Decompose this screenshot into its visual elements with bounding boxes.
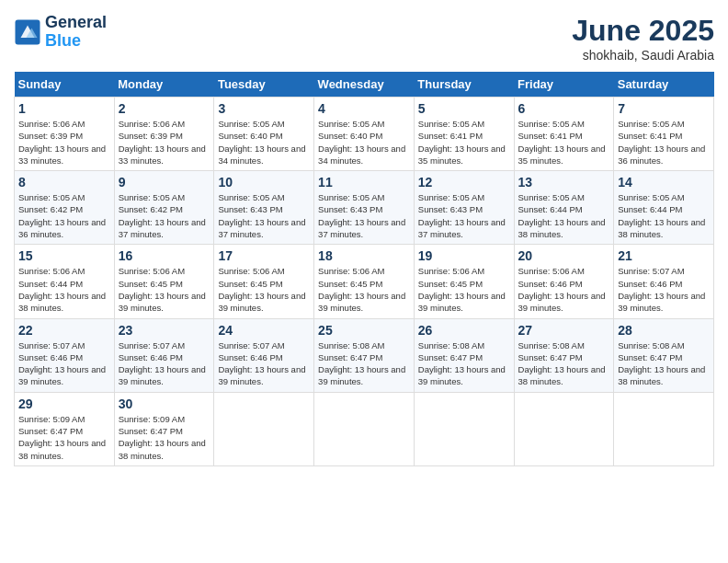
calendar-cell: 28 Sunrise: 5:08 AM Sunset: 6:47 PM Dayl… — [614, 318, 714, 392]
calendar-cell: 2 Sunrise: 5:06 AM Sunset: 6:39 PM Dayli… — [114, 98, 214, 171]
day-info: Sunrise: 5:05 AM Sunset: 6:41 PM Dayligh… — [518, 118, 610, 167]
day-info: Sunrise: 5:05 AM Sunset: 6:42 PM Dayligh… — [18, 191, 110, 240]
day-info: Sunrise: 5:06 AM Sunset: 6:45 PM Dayligh… — [418, 265, 510, 314]
calendar-cell: 16 Sunrise: 5:06 AM Sunset: 6:45 PM Dayl… — [114, 245, 214, 318]
calendar-header-row: Sunday Monday Tuesday Wednesday Thursday… — [15, 72, 714, 98]
calendar-cell — [214, 392, 314, 465]
calendar-cell: 15 Sunrise: 5:06 AM Sunset: 6:44 PM Dayl… — [15, 245, 115, 318]
calendar-cell: 30 Sunrise: 5:09 AM Sunset: 6:47 PM Dayl… — [114, 392, 214, 465]
calendar-cell: 18 Sunrise: 5:06 AM Sunset: 6:45 PM Dayl… — [314, 245, 415, 318]
calendar-week-row: 22 Sunrise: 5:07 AM Sunset: 6:46 PM Dayl… — [15, 318, 714, 392]
day-info: Sunrise: 5:09 AM Sunset: 6:47 PM Dayligh… — [18, 413, 110, 462]
day-number: 4 — [318, 101, 410, 116]
calendar-cell: 23 Sunrise: 5:07 AM Sunset: 6:46 PM Dayl… — [114, 318, 214, 392]
day-info: Sunrise: 5:05 AM Sunset: 6:41 PM Dayligh… — [418, 118, 510, 167]
day-number: 25 — [318, 323, 410, 338]
day-number: 8 — [18, 175, 110, 190]
calendar-table: Sunday Monday Tuesday Wednesday Thursday… — [14, 72, 714, 466]
day-number: 24 — [218, 323, 310, 338]
calendar-week-row: 8 Sunrise: 5:05 AM Sunset: 6:42 PM Dayli… — [15, 171, 714, 245]
day-info: Sunrise: 5:06 AM Sunset: 6:39 PM Dayligh… — [119, 118, 210, 167]
col-wednesday: Wednesday — [314, 72, 415, 98]
day-info: Sunrise: 5:07 AM Sunset: 6:46 PM Dayligh… — [218, 339, 310, 388]
day-number: 19 — [418, 248, 510, 263]
day-number: 11 — [318, 175, 410, 190]
calendar-cell: 21 Sunrise: 5:07 AM Sunset: 6:46 PM Dayl… — [614, 245, 714, 318]
calendar-cell: 17 Sunrise: 5:06 AM Sunset: 6:45 PM Dayl… — [214, 245, 314, 318]
calendar-cell — [614, 392, 714, 465]
day-info: Sunrise: 5:05 AM Sunset: 6:43 PM Dayligh… — [418, 191, 510, 240]
day-number: 5 — [418, 101, 510, 116]
day-info: Sunrise: 5:05 AM Sunset: 6:40 PM Dayligh… — [218, 118, 310, 167]
day-info: Sunrise: 5:05 AM Sunset: 6:44 PM Dayligh… — [518, 191, 610, 240]
day-info: Sunrise: 5:05 AM Sunset: 6:41 PM Dayligh… — [618, 118, 710, 167]
calendar-cell: 11 Sunrise: 5:05 AM Sunset: 6:43 PM Dayl… — [314, 171, 415, 245]
calendar-cell: 24 Sunrise: 5:07 AM Sunset: 6:46 PM Dayl… — [214, 318, 314, 392]
day-info: Sunrise: 5:06 AM Sunset: 6:39 PM Dayligh… — [18, 118, 110, 167]
calendar-cell: 20 Sunrise: 5:06 AM Sunset: 6:46 PM Dayl… — [514, 245, 614, 318]
day-number: 3 — [218, 101, 310, 116]
day-number: 7 — [618, 101, 710, 116]
calendar-cell: 25 Sunrise: 5:08 AM Sunset: 6:47 PM Dayl… — [314, 318, 415, 392]
day-info: Sunrise: 5:05 AM Sunset: 6:43 PM Dayligh… — [318, 191, 410, 240]
day-number: 16 — [119, 248, 210, 263]
day-number: 14 — [618, 175, 710, 190]
day-number: 6 — [518, 101, 610, 116]
day-info: Sunrise: 5:07 AM Sunset: 6:46 PM Dayligh… — [618, 265, 710, 314]
col-sunday: Sunday — [15, 72, 115, 98]
day-info: Sunrise: 5:07 AM Sunset: 6:46 PM Dayligh… — [119, 339, 210, 388]
day-info: Sunrise: 5:05 AM Sunset: 6:44 PM Dayligh… — [618, 191, 710, 240]
day-info: Sunrise: 5:06 AM Sunset: 6:45 PM Dayligh… — [318, 265, 410, 314]
calendar-cell: 29 Sunrise: 5:09 AM Sunset: 6:47 PM Dayl… — [15, 392, 115, 465]
col-friday: Friday — [514, 72, 614, 98]
page-header: GeneralBlue June 2025 shokhaib, Saudi Ar… — [14, 14, 714, 63]
day-info: Sunrise: 5:06 AM Sunset: 6:45 PM Dayligh… — [119, 265, 210, 314]
calendar-cell: 10 Sunrise: 5:05 AM Sunset: 6:43 PM Dayl… — [214, 171, 314, 245]
calendar-cell: 27 Sunrise: 5:08 AM Sunset: 6:47 PM Dayl… — [514, 318, 614, 392]
day-info: Sunrise: 5:05 AM Sunset: 6:43 PM Dayligh… — [218, 191, 310, 240]
day-number: 17 — [218, 248, 310, 263]
calendar-cell: 22 Sunrise: 5:07 AM Sunset: 6:46 PM Dayl… — [15, 318, 115, 392]
col-monday: Monday — [114, 72, 214, 98]
day-number: 1 — [18, 101, 110, 116]
day-info: Sunrise: 5:08 AM Sunset: 6:47 PM Dayligh… — [418, 339, 510, 388]
day-number: 30 — [119, 396, 210, 411]
calendar-cell — [314, 392, 415, 465]
calendar-cell — [514, 392, 614, 465]
day-number: 22 — [18, 323, 110, 338]
calendar-cell: 7 Sunrise: 5:05 AM Sunset: 6:41 PM Dayli… — [614, 98, 714, 171]
day-number: 23 — [119, 323, 210, 338]
calendar-cell: 4 Sunrise: 5:05 AM Sunset: 6:40 PM Dayli… — [314, 98, 415, 171]
day-number: 13 — [518, 175, 610, 190]
col-tuesday: Tuesday — [214, 72, 314, 98]
day-info: Sunrise: 5:08 AM Sunset: 6:47 PM Dayligh… — [318, 339, 410, 388]
calendar-cell: 5 Sunrise: 5:05 AM Sunset: 6:41 PM Dayli… — [414, 98, 514, 171]
day-number: 28 — [618, 323, 710, 338]
day-number: 9 — [119, 175, 210, 190]
day-number: 20 — [518, 248, 610, 263]
day-number: 27 — [518, 323, 610, 338]
month-title: June 2025 — [572, 14, 714, 48]
calendar-week-row: 15 Sunrise: 5:06 AM Sunset: 6:44 PM Dayl… — [15, 245, 714, 318]
day-info: Sunrise: 5:08 AM Sunset: 6:47 PM Dayligh… — [518, 339, 610, 388]
day-number: 18 — [318, 248, 410, 263]
calendar-cell: 1 Sunrise: 5:06 AM Sunset: 6:39 PM Dayli… — [15, 98, 115, 171]
calendar-cell: 9 Sunrise: 5:05 AM Sunset: 6:42 PM Dayli… — [114, 171, 214, 245]
calendar-cell — [414, 392, 514, 465]
day-number: 15 — [18, 248, 110, 263]
logo: GeneralBlue — [14, 14, 107, 51]
day-info: Sunrise: 5:07 AM Sunset: 6:46 PM Dayligh… — [18, 339, 110, 388]
calendar-week-row: 29 Sunrise: 5:09 AM Sunset: 6:47 PM Dayl… — [15, 392, 714, 465]
calendar-cell: 13 Sunrise: 5:05 AM Sunset: 6:44 PM Dayl… — [514, 171, 614, 245]
day-number: 12 — [418, 175, 510, 190]
calendar-cell: 8 Sunrise: 5:05 AM Sunset: 6:42 PM Dayli… — [15, 171, 115, 245]
day-number: 10 — [218, 175, 310, 190]
col-saturday: Saturday — [614, 72, 714, 98]
day-number: 29 — [18, 396, 110, 411]
day-info: Sunrise: 5:06 AM Sunset: 6:45 PM Dayligh… — [218, 265, 310, 314]
calendar-cell: 14 Sunrise: 5:05 AM Sunset: 6:44 PM Dayl… — [614, 171, 714, 245]
logo-icon — [14, 18, 41, 46]
calendar-cell: 19 Sunrise: 5:06 AM Sunset: 6:45 PM Dayl… — [414, 245, 514, 318]
day-info: Sunrise: 5:08 AM Sunset: 6:47 PM Dayligh… — [618, 339, 710, 388]
calendar-cell: 26 Sunrise: 5:08 AM Sunset: 6:47 PM Dayl… — [414, 318, 514, 392]
